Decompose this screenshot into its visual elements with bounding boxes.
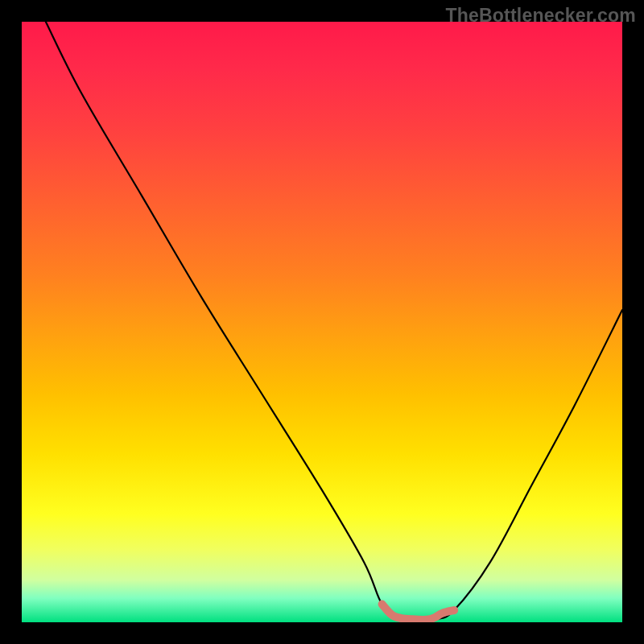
- chart-container: TheBottlenecker.com: [0, 0, 644, 644]
- chart-svg: [22, 22, 622, 622]
- watermark-text: TheBottlenecker.com: [446, 5, 636, 27]
- plot-area: [22, 22, 622, 622]
- bottleneck-curve-line: [46, 22, 622, 622]
